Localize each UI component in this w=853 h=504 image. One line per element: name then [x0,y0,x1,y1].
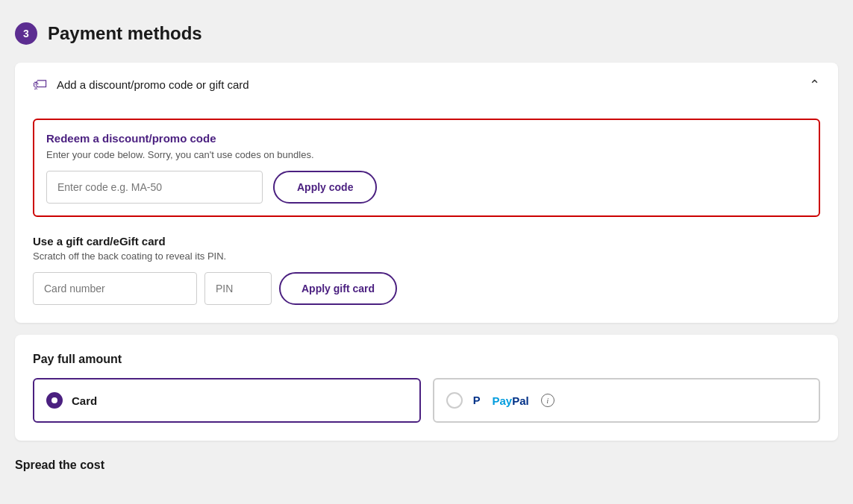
pin-input[interactable] [204,272,272,305]
tag-icon: 🏷 [33,76,48,93]
panel-header-text: Add a discount/promo code or gift card [57,78,249,91]
discount-panel: 🏷 Add a discount/promo code or gift card… [15,63,838,323]
gift-subtitle: Scratch off the back coating to reveal i… [33,251,820,262]
pay-full-amount-title: Pay full amount [33,353,820,366]
apply-code-button[interactable]: Apply code [273,171,377,204]
page-title: Payment methods [48,23,202,44]
paypal-logo: P PayPal [472,392,529,409]
discount-panel-header[interactable]: 🏷 Add a discount/promo code or gift card… [15,63,838,107]
svg-text:P: P [472,394,480,406]
step-badge: 3 [15,22,37,45]
promo-section: Redeem a discount/promo code Enter your … [33,119,820,217]
card-label: Card [72,394,97,407]
promo-input-row: Apply code [46,171,807,204]
paypal-payment-option[interactable]: P PayPal i [433,378,821,423]
promo-subtitle: Enter your code below. Sorry, you can't … [46,149,807,160]
panel-body: Redeem a discount/promo code Enter your … [15,107,838,323]
promo-code-input[interactable] [46,171,263,204]
card-radio[interactable] [46,392,63,409]
gift-input-row: Apply gift card [33,272,820,305]
gift-card-section: Use a gift card/eGift card Scratch off t… [33,235,820,305]
paypal-info-icon[interactable]: i [541,394,554,407]
paypal-text-blue: Pay [493,394,513,407]
pay-full-amount-section: Pay full amount Card P PayPal [15,335,838,441]
apply-gift-card-button[interactable]: Apply gift card [279,272,397,305]
spread-cost-section: Spread the cost [15,453,838,475]
paypal-radio[interactable] [446,392,463,409]
spread-cost-title: Spread the cost [15,453,838,475]
paypal-icon: P [472,392,488,409]
gift-title: Use a gift card/eGift card [33,235,820,248]
promo-title: Redeem a discount/promo code [46,132,807,145]
card-payment-option[interactable]: Card [33,378,421,423]
chevron-up-icon: ⌃ [809,77,820,93]
payment-options-row: Card P PayPal i [33,378,820,423]
card-number-input[interactable] [33,272,197,305]
paypal-text-dark: Pal [512,394,529,407]
